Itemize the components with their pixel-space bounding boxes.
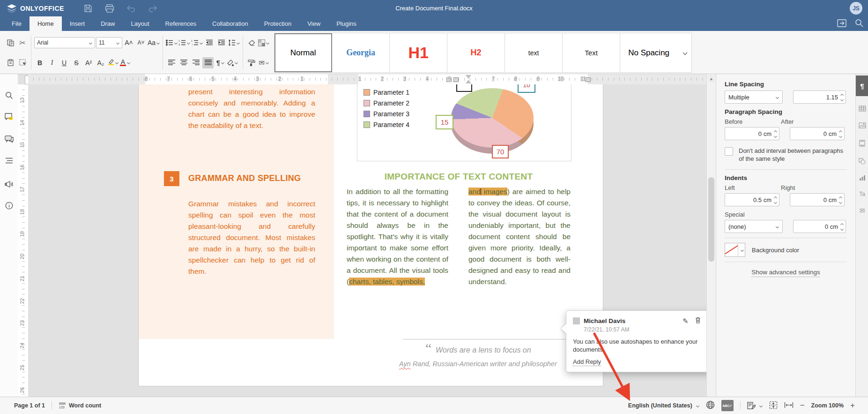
numbered-list-button[interactable]: 13: [178, 37, 190, 48]
style-no-spacing[interactable]: No Spacing: [620, 33, 677, 72]
open-file-location-icon[interactable]: [837, 19, 846, 29]
ruler-column-marker[interactable]: [453, 77, 459, 82]
document-canvas[interactable]: present interesting information concisel…: [28, 84, 706, 397]
bold-button[interactable]: B: [34, 57, 45, 68]
special-indent-spinner[interactable]: 0 cm: [793, 220, 846, 233]
nonprinting-characters-button[interactable]: ¶: [215, 57, 226, 68]
line-spacing-spinner[interactable]: 1.15: [793, 90, 846, 104]
font-color-button[interactable]: A: [119, 57, 131, 68]
mail-merge-button[interactable]: ✉: [258, 57, 269, 68]
subscript-button[interactable]: A₂: [95, 57, 106, 68]
underline-button[interactable]: U: [59, 57, 70, 68]
select-all-button[interactable]: [17, 57, 28, 68]
tab-collaboration[interactable]: Collaboration: [204, 16, 256, 31]
ruler-right-indent-marker[interactable]: [586, 77, 591, 82]
paragraph-settings-icon[interactable]: ¶: [856, 75, 868, 96]
italic-button[interactable]: I: [46, 57, 58, 68]
tab-draw[interactable]: Draw: [93, 16, 123, 31]
tab-home[interactable]: Home: [30, 16, 62, 31]
special-indent-select[interactable]: (none): [725, 220, 783, 233]
ruler-indent-marker[interactable]: [466, 75, 471, 79]
multilevel-list-button[interactable]: 1i: [191, 37, 203, 48]
track-changes-button[interactable]: [747, 402, 763, 409]
highlight-color-button[interactable]: [107, 57, 119, 68]
increase-font-size-button[interactable]: A˄: [123, 37, 134, 48]
delete-comment-icon[interactable]: [695, 317, 701, 325]
show-advanced-settings-link[interactable]: Show advanced settings: [751, 269, 820, 277]
change-case-button[interactable]: Aa: [148, 37, 160, 48]
paste-button[interactable]: [5, 57, 16, 68]
styles-gallery-expand-button[interactable]: [677, 33, 691, 72]
style-text-lower[interactable]: text: [505, 33, 563, 72]
scrollbar-thumb[interactable]: [708, 177, 714, 262]
decrease-indent-button[interactable]: [204, 37, 215, 48]
chart-settings-icon[interactable]: [856, 170, 868, 186]
find-icon[interactable]: [0, 87, 18, 103]
align-center-button[interactable]: [178, 57, 189, 68]
style-text-cap[interactable]: Text: [563, 33, 620, 72]
vertical-ruler[interactable]: 1314151617181920212223242526: [18, 84, 29, 397]
table-settings-icon[interactable]: [856, 100, 868, 116]
copy-style-button[interactable]: [246, 57, 257, 68]
add-reply-link[interactable]: Add Reply: [573, 358, 601, 366]
set-document-language-icon[interactable]: [706, 400, 715, 411]
page-indicator[interactable]: Page 1 of 1: [14, 402, 45, 409]
strikethrough-button[interactable]: S: [71, 57, 82, 68]
document-scrollbar[interactable]: ▲: [706, 74, 716, 397]
borders-button[interactable]: [258, 37, 269, 48]
increase-indent-button[interactable]: [216, 37, 227, 48]
shape-settings-icon[interactable]: [856, 153, 868, 169]
comments-icon[interactable]: [0, 109, 18, 125]
zoom-out-button[interactable]: −: [800, 401, 805, 410]
textart-settings-icon[interactable]: Ta: [856, 186, 868, 202]
feedback-icon[interactable]: [0, 176, 18, 192]
bullet-list-button[interactable]: [166, 37, 178, 48]
align-left-button[interactable]: [166, 57, 177, 68]
image-settings-icon[interactable]: [856, 117, 868, 133]
fit-width-button[interactable]: [784, 402, 794, 410]
navigation-icon[interactable]: [0, 152, 18, 168]
indent-right-spinner[interactable]: 0 cm: [790, 193, 845, 206]
tab-references[interactable]: References: [157, 16, 204, 31]
print-button[interactable]: [103, 3, 117, 14]
superscript-button[interactable]: A²: [83, 57, 94, 68]
shading-button[interactable]: [227, 57, 238, 68]
tab-plugins[interactable]: Plugins: [328, 16, 364, 31]
user-avatar[interactable]: JS: [850, 2, 862, 15]
cut-button[interactable]: ✂: [17, 37, 28, 48]
horizontal-ruler[interactable]: 87654321123457891011: [28, 74, 706, 85]
save-button[interactable]: [81, 3, 95, 14]
interval-checkbox[interactable]: [725, 147, 733, 156]
edit-comment-icon[interactable]: ✎: [683, 317, 689, 325]
spacing-before-spinner[interactable]: 0 cm: [725, 127, 779, 140]
tab-view[interactable]: View: [299, 16, 328, 31]
chat-icon[interactable]: [0, 131, 18, 147]
about-icon[interactable]: [0, 197, 18, 213]
indent-left-spinner[interactable]: 0.5 cm: [725, 193, 779, 206]
line-spacing-select[interactable]: Multiple: [725, 90, 783, 104]
word-count-button[interactable]: 123 Word count: [59, 402, 101, 409]
fit-page-button[interactable]: [769, 401, 778, 411]
mail-merge-settings-icon[interactable]: ✉: [856, 203, 868, 218]
redo-button[interactable]: [146, 3, 160, 14]
copy-button[interactable]: [5, 37, 16, 48]
undo-button[interactable]: [124, 3, 138, 14]
tab-insert[interactable]: Insert: [62, 16, 93, 31]
tab-layout[interactable]: Layout: [123, 16, 157, 31]
comment-popup[interactable]: Michael Davis ✎ ✓ 7/22/21, 10:57 AM You …: [566, 310, 706, 372]
align-right-button[interactable]: [190, 57, 201, 68]
zoom-level[interactable]: Zoom 100%: [811, 402, 844, 409]
decrease-font-size-button[interactable]: A˅: [135, 37, 147, 48]
spellcheck-toggle[interactable]: ABC✓: [721, 400, 734, 411]
font-size-select[interactable]: 11: [96, 37, 122, 48]
tab-protection[interactable]: Protection: [256, 16, 300, 31]
header-footer-settings-icon[interactable]: [856, 135, 868, 151]
search-icon[interactable]: [855, 19, 863, 29]
clear-style-button[interactable]: [246, 37, 257, 48]
style-h2[interactable]: H2: [447, 33, 505, 72]
language-selector[interactable]: English (United States): [628, 402, 699, 409]
spacing-after-spinner[interactable]: 0 cm: [790, 127, 845, 140]
zoom-in-button[interactable]: +: [850, 401, 855, 410]
font-name-select[interactable]: Arial: [34, 37, 95, 48]
line-spacing-button[interactable]: [228, 37, 240, 48]
